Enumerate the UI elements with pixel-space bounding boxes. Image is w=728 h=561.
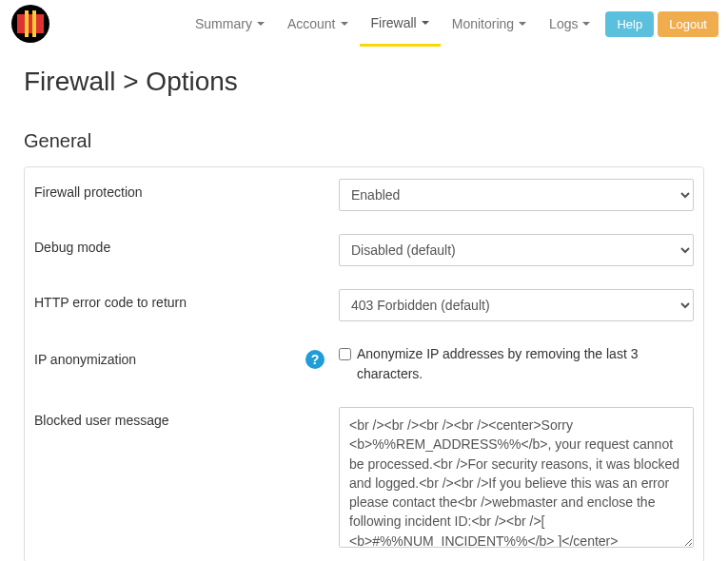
label-blocked-msg: Blocked user message bbox=[34, 407, 339, 428]
nav-label: Summary bbox=[195, 16, 252, 31]
nav-firewall[interactable]: Firewall bbox=[360, 2, 441, 47]
row-firewall-protection: Firewall protection Enabled bbox=[25, 167, 703, 222]
nav-account[interactable]: Account bbox=[276, 3, 360, 45]
top-navbar: Summary Account Firewall Monitoring Logs… bbox=[0, 0, 728, 48]
caret-icon bbox=[422, 21, 429, 25]
nav-label: Monitoring bbox=[452, 16, 514, 31]
app-logo bbox=[10, 3, 52, 46]
logout-button[interactable]: Logout bbox=[658, 11, 718, 37]
page-title: Firewall > Options bbox=[0, 48, 728, 106]
svg-rect-2 bbox=[25, 10, 29, 37]
row-ip-anon: IP anonymization ? Anonymize IP addresse… bbox=[25, 333, 703, 396]
caret-icon bbox=[582, 22, 590, 26]
checkbox-ip-anon-label[interactable]: Anonymize IP addresses by removing the l… bbox=[339, 344, 694, 384]
nav-label: Firewall bbox=[371, 15, 417, 30]
caret-icon bbox=[257, 22, 265, 26]
nav-label: Account bbox=[287, 16, 336, 31]
nav-label: Logs bbox=[549, 16, 578, 31]
checkbox-ip-anon[interactable] bbox=[339, 348, 351, 360]
label-firewall-protection: Firewall protection bbox=[34, 179, 339, 200]
help-icon[interactable]: ? bbox=[305, 350, 325, 369]
svg-rect-3 bbox=[32, 10, 36, 37]
nav-logs[interactable]: Logs bbox=[538, 3, 601, 45]
general-panel: Firewall protection Enabled Debug mode D… bbox=[24, 166, 704, 561]
row-debug-mode: Debug mode Disabled (default) bbox=[25, 222, 703, 278]
select-http-error[interactable]: 403 Forbidden (default) bbox=[339, 289, 694, 321]
label-debug-mode: Debug mode bbox=[34, 234, 339, 255]
select-debug-mode[interactable]: Disabled (default) bbox=[339, 234, 694, 266]
row-http-error: HTTP error code to return 403 Forbidden … bbox=[25, 278, 703, 333]
nav-monitoring[interactable]: Monitoring bbox=[441, 3, 538, 45]
nav-summary[interactable]: Summary bbox=[184, 3, 276, 45]
caret-icon bbox=[519, 22, 526, 26]
caret-icon bbox=[341, 22, 348, 26]
label-ip-anon: IP anonymization ? bbox=[34, 344, 339, 369]
textarea-blocked-msg[interactable] bbox=[339, 407, 694, 548]
nav-tabs: Summary Account Firewall Monitoring Logs… bbox=[184, 2, 718, 47]
row-blocked-msg: Blocked user message bbox=[25, 396, 703, 561]
section-general-title: General bbox=[0, 106, 728, 162]
select-firewall-protection[interactable]: Enabled bbox=[339, 179, 694, 211]
label-http-error: HTTP error code to return bbox=[34, 289, 339, 310]
svg-rect-1 bbox=[17, 14, 44, 33]
help-button[interactable]: Help bbox=[605, 11, 654, 37]
checkbox-ip-anon-text: Anonymize IP addresses by removing the l… bbox=[357, 344, 694, 384]
